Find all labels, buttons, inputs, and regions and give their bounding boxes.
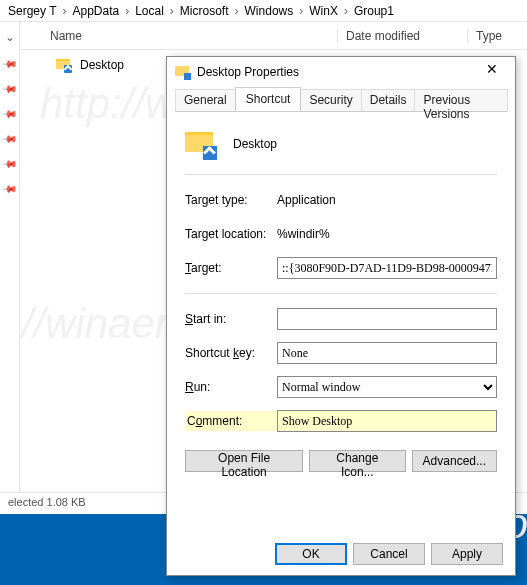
tab-details[interactable]: Details <box>361 89 416 111</box>
column-date[interactable]: Date modified <box>337 29 467 43</box>
pin-icon[interactable]: 📌 <box>1 55 17 71</box>
cancel-button[interactable]: Cancel <box>353 543 425 565</box>
chevron-right-icon: › <box>233 4 241 18</box>
pin-icon[interactable]: 📌 <box>1 155 17 171</box>
apply-button[interactable]: Apply <box>431 543 503 565</box>
target-input[interactable] <box>277 257 497 279</box>
dialog-title: Desktop Properties <box>197 65 299 79</box>
tab-security[interactable]: Security <box>300 89 361 111</box>
crumb-item[interactable]: Microsoft <box>176 4 233 18</box>
pin-icon[interactable]: 📌 <box>1 130 17 146</box>
startin-label: Start in: <box>185 312 277 326</box>
crumb-item[interactable]: Sergey T <box>4 4 60 18</box>
quick-access-rail: ⌄ 📌 📌 📌 📌 📌 📌 <box>0 22 20 492</box>
shortcutkey-input[interactable] <box>277 342 497 364</box>
column-headers[interactable]: Name Date modified Type <box>20 22 527 50</box>
tab-previous-versions[interactable]: Previous Versions <box>414 89 508 111</box>
comment-label: Comment: <box>185 411 277 431</box>
tab-strip: General Shortcut Security Details Previo… <box>175 87 507 111</box>
comment-input[interactable] <box>277 410 497 432</box>
target-type-value: Application <box>277 193 497 207</box>
pin-icon[interactable]: 📌 <box>1 180 17 196</box>
crumb-item[interactable]: Windows <box>241 4 298 18</box>
startin-input[interactable] <box>277 308 497 330</box>
shortcut-folder-icon <box>185 128 217 160</box>
target-location-label: Target location: <box>185 227 277 241</box>
chevron-right-icon: › <box>342 4 350 18</box>
advanced-button[interactable]: Advanced... <box>412 450 497 472</box>
chevron-right-icon: › <box>60 4 68 18</box>
pin-icon[interactable]: 📌 <box>1 80 17 96</box>
crumb-item[interactable]: AppData <box>68 4 123 18</box>
run-select[interactable]: Normal window <box>277 376 497 398</box>
column-type[interactable]: Type <box>467 29 527 43</box>
target-label: Target: <box>185 261 277 275</box>
column-name[interactable]: Name <box>50 29 337 43</box>
dialog-titlebar[interactable]: Desktop Properties ✕ <box>167 57 515 87</box>
open-file-location-button[interactable]: Open File Location <box>185 450 303 472</box>
shortcut-folder-icon <box>56 57 72 73</box>
close-icon[interactable]: ✕ <box>477 61 507 83</box>
shortcut-folder-icon <box>175 64 191 80</box>
shortcutkey-label: Shortcut key: <box>185 346 277 360</box>
crumb-item[interactable]: Group1 <box>350 4 398 18</box>
tab-shortcut[interactable]: Shortcut <box>235 87 302 111</box>
target-type-label: Target type: <box>185 193 277 207</box>
target-location-value: %windir% <box>277 227 497 241</box>
properties-dialog: Desktop Properties ✕ General Shortcut Se… <box>166 56 516 576</box>
ok-button[interactable]: OK <box>275 543 347 565</box>
crumb-item[interactable]: Local <box>131 4 168 18</box>
chevron-right-icon: › <box>123 4 131 18</box>
pin-icon[interactable]: 📌 <box>1 105 17 121</box>
chevron-right-icon: › <box>168 4 176 18</box>
chevron-right-icon: › <box>297 4 305 18</box>
breadcrumb[interactable]: Sergey T› AppData› Local› Microsoft› Win… <box>0 0 527 22</box>
chevron-down-icon[interactable]: ⌄ <box>5 30 15 44</box>
tab-general[interactable]: General <box>175 89 236 111</box>
run-label: Run: <box>185 380 277 394</box>
crumb-item[interactable]: WinX <box>305 4 342 18</box>
change-icon-button[interactable]: Change Icon... <box>309 450 405 472</box>
shortcut-name: Desktop <box>233 137 277 151</box>
